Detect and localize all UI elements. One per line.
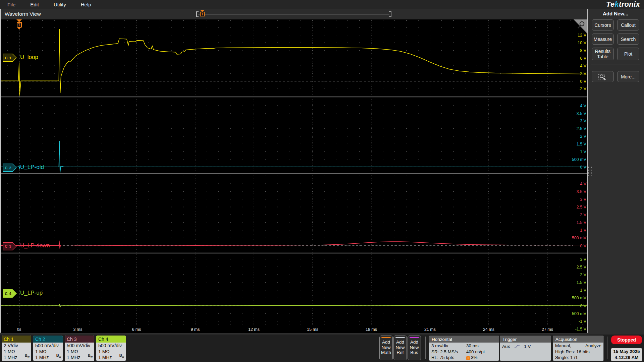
y-tick-label: 1 V	[580, 288, 586, 293]
add-new-bus-button[interactable]: AddNewBus	[408, 336, 421, 360]
channel-1-name: Ch 1	[2, 336, 31, 343]
y-tick-label: -1.5 V	[575, 327, 587, 331]
channel-1-handle[interactable]: C 1	[3, 54, 17, 62]
cursors-button[interactable]: Cursors	[592, 19, 614, 31]
add-new-ref-button[interactable]: AddNewRef	[393, 336, 407, 360]
channel-4-settings-badge[interactable]: Ch 4500 mV/div1 MΩ1 MHzBw	[96, 336, 126, 361]
x-tick-label: 27 ms	[542, 327, 553, 332]
zoom-select-button[interactable]	[592, 71, 614, 82]
x-tick-label: 3 ms	[73, 327, 82, 332]
x-tick-label: 21 ms	[424, 327, 436, 332]
channel-3-handle[interactable]: C 3	[3, 242, 17, 250]
trigger-t-icon: T	[17, 22, 22, 27]
hpos-right-bracket-icon	[389, 11, 391, 17]
channel-4-label[interactable]: U_LP-up	[20, 290, 43, 296]
bandwidth-limit-icon: Bw	[119, 353, 124, 360]
menu-item-help[interactable]: Help	[73, 2, 99, 7]
horizontal-position-indicator[interactable]: T	[196, 9, 391, 19]
horizontal-value: SR: 2.5 MS/s	[431, 349, 466, 355]
menu-item-edit[interactable]: Edit	[23, 2, 46, 7]
horizontal-panel[interactable]: Horizontal 3 ms/div30 msSR: 2.5 MS/s400 …	[429, 336, 499, 361]
channel-3-name: Ch 3	[65, 336, 94, 343]
more-button[interactable]: More...	[617, 71, 639, 82]
channel-4-handle[interactable]: C 4	[3, 289, 17, 298]
menu-bar: FileEditUtilityHelp Tektronix	[0, 0, 644, 9]
waveform-display[interactable]: 12 V10 V8 V6 V4 V2 V0 V-2 V4 V3.5 V3 V2.…	[1, 19, 587, 333]
menu-item-file[interactable]: File	[0, 2, 23, 7]
datetime-display: 15 May 2025 4:12:26 AM	[611, 348, 642, 361]
y-tick-label: 8 V	[580, 48, 586, 53]
trigger-t-icon: T	[200, 12, 205, 16]
y-tick-label: 1 V	[580, 149, 586, 154]
x-tick-label: 15 ms	[307, 327, 318, 332]
waveform-canvas[interactable]: 12 V10 V8 V6 V4 V2 V0 V-2 V4 V3.5 V3 V2.…	[1, 19, 587, 333]
y-tick-label: 2 V	[580, 134, 586, 139]
acquisition-analyze: Analyze	[585, 343, 601, 349]
y-tick-label: 3 V	[580, 119, 586, 123]
channel-2-settings-badge[interactable]: Ch 2500 mV/div1 MΩ1 MHzBw	[33, 336, 63, 361]
channel-scale: 500 mV/div	[98, 343, 126, 349]
x-tick-label: 6 ms	[132, 327, 141, 332]
results-table-button[interactable]: Results Table	[592, 48, 614, 60]
bandwidth-limit-icon: Bw	[56, 353, 61, 360]
plot-button[interactable]: Plot	[617, 48, 639, 60]
channel-2-handle[interactable]: C 2	[3, 164, 17, 172]
divider	[607, 337, 607, 359]
channel-2-name: Ch 2	[33, 336, 63, 343]
y-tick-label: -1 V	[579, 319, 587, 324]
acquisition-mode: Manual,	[555, 343, 571, 349]
trigger-panel[interactable]: Trigger Aux 1 V	[500, 336, 551, 361]
y-tick-label: 1.5 V	[577, 142, 587, 146]
y-tick-label: 6 V	[580, 56, 586, 61]
y-tick-label: 4 V	[580, 182, 586, 186]
status-badge[interactable]: Stopped	[611, 336, 642, 344]
divider	[425, 337, 426, 359]
channel-1-settings-badge[interactable]: Ch 12 V/div1 MΩ1 MHzBw	[2, 336, 31, 361]
y-tick-label: 0 V	[580, 304, 586, 308]
trigger-source: Aux	[502, 344, 510, 350]
time-text: 4:12:26 AM	[611, 355, 642, 361]
trigger-level: 1 V	[524, 344, 531, 350]
callout-button[interactable]: Callout	[617, 19, 639, 31]
sidebar-divider	[591, 86, 640, 86]
horizontal-value: 3 ms/div	[431, 343, 466, 349]
y-tick-label: 2 V	[580, 71, 586, 76]
trace-u-lp-up	[1, 304, 587, 307]
acquisition-panel[interactable]: Acquisition Manual, Analyze High Res: 16…	[553, 336, 604, 361]
y-tick-label: 2.5 V	[577, 126, 587, 131]
menu-item-utility[interactable]: Utility	[46, 2, 73, 7]
menu: FileEditUtilityHelp	[0, 2, 99, 7]
y-tick-label: 0 V	[580, 244, 586, 248]
panel-grip-handle[interactable]	[587, 167, 592, 176]
tab-waveform-view[interactable]: Waveform View	[5, 11, 41, 17]
horizontal-value: RL: 75 kpts	[431, 355, 466, 361]
channel-2-label[interactable]: U_LP-old	[20, 164, 44, 171]
measure-button[interactable]: Measure	[592, 34, 614, 45]
y-tick-label: 12 V	[578, 33, 586, 38]
channel-scale: 500 mV/div	[67, 343, 94, 349]
channel-3-settings-badge[interactable]: Ch 3500 mV/div1 MΩ1 MHzBw	[65, 336, 94, 361]
y-tick-label: 500 mV	[572, 157, 587, 162]
horizontal-value: 30 ms	[466, 343, 479, 349]
trigger-arrow-icon	[16, 19, 22, 22]
y-tick-label: 1 V	[580, 228, 586, 233]
trigger-marker[interactable]: T	[16, 19, 22, 29]
trace-u-lp-old	[1, 141, 587, 173]
y-tick-label: 500 mV	[572, 296, 587, 300]
y-tick-label: 4 V	[580, 64, 586, 68]
channel-1-label[interactable]: U_loop	[20, 54, 38, 61]
y-tick-label: 1.5 V	[577, 220, 587, 225]
add-new-math-button[interactable]: AddNewMath	[379, 336, 393, 360]
add-new-title: Add New...	[588, 9, 643, 16]
oscilloscope-app: FileEditUtilityHelp Tektronix Waveform V…	[0, 0, 644, 362]
y-tick-label: 2.5 V	[577, 265, 587, 269]
channel-scale: 500 mV/div	[35, 343, 63, 349]
search-button[interactable]: Search	[617, 34, 639, 45]
x-tick-label: 12 ms	[248, 327, 260, 332]
trigger-position-marker[interactable]: T	[199, 10, 205, 16]
y-tick-label: -2 V	[579, 86, 587, 91]
trigger-panel-title: Trigger	[500, 336, 551, 343]
trigger-tail-icon	[17, 27, 21, 29]
channel-3-label[interactable]: U_LP-down	[20, 242, 50, 249]
hpos-track	[198, 14, 389, 14]
